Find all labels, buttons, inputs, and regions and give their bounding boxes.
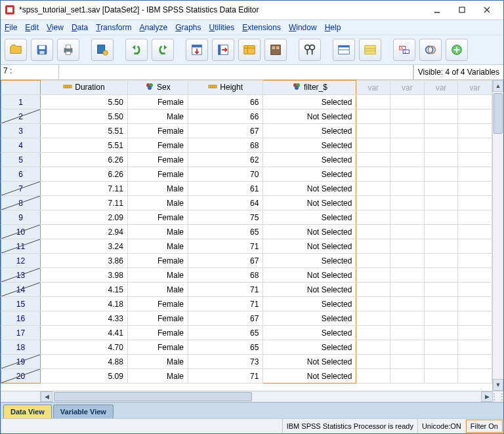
scroll-up-arrow[interactable]: ▲ [493, 80, 503, 92]
cell-reference[interactable]: 7 : [1, 65, 59, 79]
tab-data-view[interactable]: Data View [3, 404, 52, 418]
row-number[interactable]: 16 [1, 311, 41, 326]
table-row[interactable]: 66.26Female70Selected [1, 167, 492, 182]
cell-duration[interactable]: 4.33 [41, 311, 128, 326]
cell-empty[interactable] [424, 167, 458, 182]
cell-duration[interactable]: 5.50 [41, 95, 128, 109]
data-grid[interactable]: DurationSexHeightfilter_$varvarvarvar15.… [1, 80, 492, 391]
cell-sex[interactable]: Female [127, 138, 188, 153]
cell-empty[interactable] [390, 283, 425, 297]
cell-empty[interactable] [390, 355, 425, 369]
cell-height[interactable]: 66 [188, 95, 263, 109]
cell-duration[interactable]: 2.94 [41, 225, 128, 239]
cell-height[interactable]: 71 [188, 369, 263, 384]
cell-empty[interactable] [390, 153, 425, 167]
cell-duration[interactable]: 4.41 [41, 326, 128, 340]
cell-sex[interactable]: Male [127, 355, 188, 369]
cell-empty[interactable] [356, 196, 390, 210]
menu-edit[interactable]: Edit [25, 23, 39, 32]
table-row[interactable]: 87.11Male64Not Selected [1, 196, 492, 210]
cell-empty[interactable] [458, 95, 492, 109]
row-number[interactable]: 19 [1, 355, 41, 369]
cell-height[interactable]: 61 [188, 182, 263, 196]
variables-button[interactable] [238, 39, 261, 61]
cell-empty[interactable] [356, 167, 390, 182]
cell-empty[interactable] [424, 254, 458, 268]
menu-extensions[interactable]: Extensions [242, 23, 281, 32]
cell-empty[interactable] [390, 225, 425, 239]
cell-empty[interactable] [356, 326, 390, 340]
cell-empty[interactable] [390, 95, 425, 109]
row-number[interactable]: 14 [1, 283, 41, 297]
cell-empty[interactable] [458, 138, 492, 153]
cell-sex[interactable]: Female [127, 153, 188, 167]
redo-button[interactable] [152, 39, 174, 61]
row-number[interactable]: 20 [1, 369, 41, 384]
menu-analyze[interactable]: Analyze [139, 23, 167, 32]
cell-filter[interactable]: Selected [263, 297, 356, 311]
cell-filter[interactable]: Selected [263, 210, 356, 225]
cell-empty[interactable] [356, 109, 390, 124]
cell-duration[interactable]: 5.51 [41, 138, 128, 153]
row-number[interactable]: 1 [1, 95, 41, 109]
row-number[interactable]: 9 [1, 210, 41, 225]
split-handle-icon[interactable]: ⋮⋮ [493, 391, 503, 402]
cell-empty[interactable] [356, 297, 390, 311]
find-button[interactable] [299, 39, 321, 61]
cell-empty[interactable] [458, 167, 492, 182]
cell-empty[interactable] [390, 326, 425, 340]
cell-height[interactable]: 71 [188, 239, 263, 254]
cell-empty[interactable] [458, 210, 492, 225]
cell-height[interactable]: 71 [188, 297, 263, 311]
menu-window[interactable]: Window [289, 23, 317, 32]
cell-empty[interactable] [424, 369, 458, 384]
cell-sex[interactable]: Female [127, 167, 188, 182]
cell-height[interactable]: 65 [188, 225, 263, 239]
column-header-empty-1[interactable]: var [390, 81, 425, 95]
cell-sex[interactable]: Female [127, 297, 188, 311]
cell-filter[interactable]: Selected [263, 311, 356, 326]
cell-empty[interactable] [356, 283, 390, 297]
tab-variable-view[interactable]: Variable View [53, 404, 114, 418]
cell-empty[interactable] [390, 138, 425, 153]
row-number[interactable]: 17 [1, 326, 41, 340]
cell-empty[interactable] [458, 311, 492, 326]
cell-empty[interactable] [458, 340, 492, 355]
table-row[interactable]: 205.09Male71Not Selected [1, 369, 492, 384]
cell-height[interactable]: 73 [188, 355, 263, 369]
value-labels-button[interactable]: A1 [393, 39, 415, 61]
cell-filter[interactable]: Not Selected [263, 355, 356, 369]
cell-filter[interactable]: Not Selected [263, 268, 356, 283]
cell-sex[interactable]: Female [127, 124, 188, 138]
cell-empty[interactable] [424, 355, 458, 369]
cell-edit-field[interactable] [59, 65, 413, 79]
cell-empty[interactable] [458, 153, 492, 167]
goto-case-button[interactable] [186, 39, 208, 61]
row-number[interactable]: 3 [1, 124, 41, 138]
column-header-empty-2[interactable]: var [424, 81, 458, 95]
cell-filter[interactable]: Not Selected [263, 369, 356, 384]
recall-dialog-button[interactable] [91, 39, 114, 61]
cell-duration[interactable]: 7.11 [41, 196, 128, 210]
cell-height[interactable]: 68 [188, 268, 263, 283]
cell-empty[interactable] [458, 182, 492, 196]
row-number[interactable]: 12 [1, 254, 41, 268]
cell-empty[interactable] [424, 153, 458, 167]
cell-empty[interactable] [458, 268, 492, 283]
cell-duration[interactable]: 6.26 [41, 167, 128, 182]
table-row[interactable]: 184.70Female65Selected [1, 340, 492, 355]
run-descriptives-button[interactable] [264, 39, 287, 61]
cell-height[interactable]: 67 [188, 254, 263, 268]
cell-sex[interactable]: Male [127, 283, 188, 297]
cell-empty[interactable] [458, 109, 492, 124]
cell-duration[interactable]: 7.11 [41, 182, 128, 196]
cell-duration[interactable]: 3.86 [41, 254, 128, 268]
cell-duration[interactable]: 2.09 [41, 210, 128, 225]
cell-duration[interactable]: 4.88 [41, 355, 128, 369]
table-row[interactable]: 174.41Female65Selected [1, 326, 492, 340]
cell-duration[interactable]: 5.09 [41, 369, 128, 384]
cell-empty[interactable] [424, 283, 458, 297]
table-row[interactable]: 102.94Male65Not Selected [1, 225, 492, 239]
cell-height[interactable]: 70 [188, 167, 263, 182]
close-button[interactable] [474, 3, 499, 17]
